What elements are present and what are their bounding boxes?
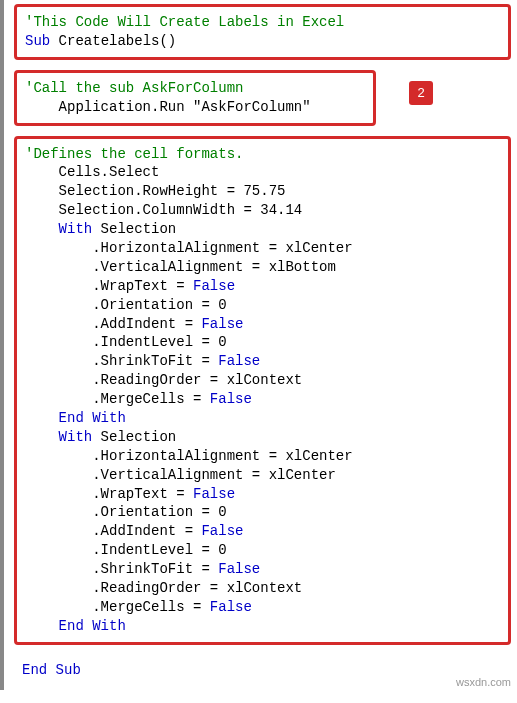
code-box-3: 3 'Defines the cell formats. Cells.Selec… xyxy=(14,136,511,645)
code-line: Cells.Select xyxy=(25,163,500,182)
code-tail: End Sub xyxy=(14,655,511,686)
indent xyxy=(25,429,59,445)
code-line: Application.Run "AskForColumn" xyxy=(25,98,365,117)
code-line: .MergeCells = False xyxy=(25,390,500,409)
literal-false: False xyxy=(210,391,252,407)
code-text: .ShrinkToFit = xyxy=(25,353,218,369)
code-line: .AddIndent = False xyxy=(25,522,500,541)
code-line: .ShrinkToFit = False xyxy=(25,560,500,579)
code-line: .IndentLevel = 0 xyxy=(25,541,500,560)
watermark: wsxdn.com xyxy=(456,676,511,688)
literal-false: False xyxy=(218,561,260,577)
code-line: With Selection xyxy=(25,428,500,447)
code-line: .VerticalAlignment = xlCenter xyxy=(25,466,500,485)
code-line: 'Call the sub AskForColumn xyxy=(25,79,365,98)
code-container: 1 'This Code Will Create Labels in Excel… xyxy=(0,0,517,690)
code-text: .WrapText = xyxy=(25,278,193,294)
code-text: Selection xyxy=(92,221,176,237)
indent xyxy=(25,410,59,426)
code-line: 'Defines the cell formats. xyxy=(25,145,500,164)
code-text: .WrapText = xyxy=(25,486,193,502)
code-line: 'This Code Will Create Labels in Excel xyxy=(25,13,500,32)
code-line: .WrapText = False xyxy=(25,277,500,296)
keyword-endwith: End With xyxy=(59,410,126,426)
literal-false: False xyxy=(193,278,235,294)
code-line: Selection.ColumnWidth = 34.14 xyxy=(25,201,500,220)
keyword-endsub: End Sub xyxy=(22,661,503,680)
code-line: End With xyxy=(25,617,500,636)
code-text: .AddIndent = xyxy=(25,316,201,332)
indent xyxy=(25,221,59,237)
code-text: .MergeCells = xyxy=(25,599,210,615)
badge-2: 2 xyxy=(409,81,433,105)
literal-false: False xyxy=(201,523,243,539)
literal-false: False xyxy=(193,486,235,502)
code-box-2: 2 'Call the sub AskForColumn Application… xyxy=(14,70,376,126)
code-text: Selection xyxy=(92,429,176,445)
code-line: .IndentLevel = 0 xyxy=(25,333,500,352)
code-line: With Selection xyxy=(25,220,500,239)
code-line: .ReadingOrder = xlContext xyxy=(25,579,500,598)
code-line: End With xyxy=(25,409,500,428)
code-text: .ShrinkToFit = xyxy=(25,561,218,577)
code-box-1: 1 'This Code Will Create Labels in Excel… xyxy=(14,4,511,60)
code-line: .ReadingOrder = xlContext xyxy=(25,371,500,390)
literal-false: False xyxy=(218,353,260,369)
code-line: .HorizontalAlignment = xlCenter xyxy=(25,239,500,258)
code-line: .Orientation = 0 xyxy=(25,503,500,522)
code-line: .WrapText = False xyxy=(25,485,500,504)
keyword-sub: Sub xyxy=(25,33,50,49)
keyword-endwith: End With xyxy=(59,618,126,634)
code-line: Sub Createlabels() xyxy=(25,32,500,51)
code-line: Selection.RowHeight = 75.75 xyxy=(25,182,500,201)
code-text: .AddIndent = xyxy=(25,523,201,539)
keyword-with: With xyxy=(59,221,93,237)
literal-false: False xyxy=(210,599,252,615)
keyword-with: With xyxy=(59,429,93,445)
code-line: .Orientation = 0 xyxy=(25,296,500,315)
indent xyxy=(25,618,59,634)
code-line: .VerticalAlignment = xlBottom xyxy=(25,258,500,277)
code-line: .HorizontalAlignment = xlCenter xyxy=(25,447,500,466)
code-text: Createlabels() xyxy=(50,33,176,49)
code-text: .MergeCells = xyxy=(25,391,210,407)
literal-false: False xyxy=(201,316,243,332)
code-line: .AddIndent = False xyxy=(25,315,500,334)
code-line: .MergeCells = False xyxy=(25,598,500,617)
code-line: .ShrinkToFit = False xyxy=(25,352,500,371)
